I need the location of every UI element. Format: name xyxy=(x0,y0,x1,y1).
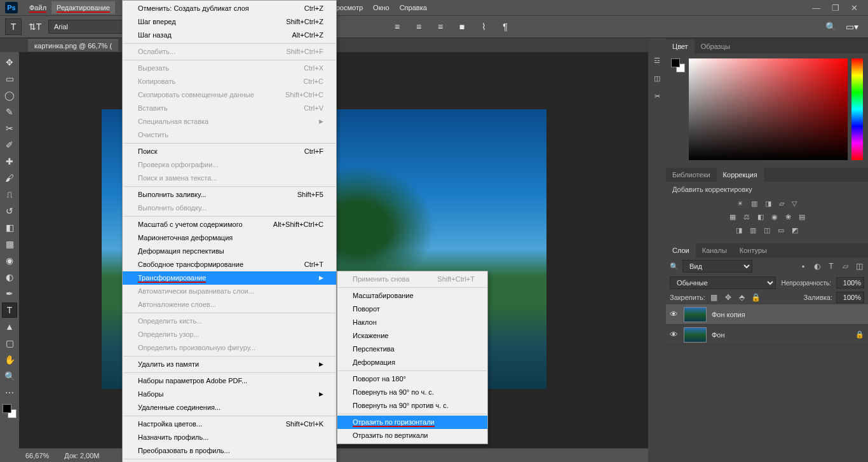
edit-menu-item[interactable]: Деформация перспективы xyxy=(123,245,336,258)
edit-menu-item[interactable]: Выполнить заливку...Shift+F5 xyxy=(123,188,336,201)
tab-channels[interactable]: Каналы xyxy=(696,243,733,257)
vibrance-icon[interactable]: ▽ xyxy=(792,200,797,208)
minimize-icon[interactable]: — xyxy=(812,3,820,13)
transform-menu-item[interactable]: Повернуть на 90° против ч. с. xyxy=(337,399,487,412)
balance-icon[interactable]: ⚖ xyxy=(743,213,750,221)
filter-pixel-icon[interactable]: ▪ xyxy=(798,261,808,271)
layer-name[interactable]: Фон xyxy=(712,331,725,339)
threshold-icon[interactable]: ◫ xyxy=(764,226,770,234)
edit-menu-item[interactable]: Шаг впередShift+Ctrl+Z xyxy=(123,15,336,29)
dodge-tool-icon[interactable]: ◐ xyxy=(2,269,17,285)
orientation-icon[interactable]: ⇅T xyxy=(27,18,43,35)
menu-file[interactable]: Файл xyxy=(24,1,51,14)
transform-menu-item[interactable]: Деформация xyxy=(337,356,487,369)
character-panel-icon[interactable]: ✂ xyxy=(650,89,664,103)
workspace-icon[interactable]: ▭▾ xyxy=(844,18,860,35)
quick-select-tool-icon[interactable]: ✎ xyxy=(2,104,17,119)
align-left-icon[interactable]: ≡ xyxy=(389,18,405,35)
filter-type-icon[interactable]: T xyxy=(826,261,836,271)
layer-thumbnail[interactable] xyxy=(684,327,707,343)
filter-smart-icon[interactable]: ◫ xyxy=(854,261,864,271)
move-tool-icon[interactable]: ✥ xyxy=(2,55,17,70)
edit-menu-item[interactable]: Марионеточная деформация xyxy=(123,231,336,245)
history-panel-icon[interactable]: ☲ xyxy=(650,53,664,67)
blend-mode-select[interactable]: Обычные xyxy=(670,276,776,289)
edit-menu-item[interactable]: Преобразовать в профиль... xyxy=(123,444,336,458)
bw-icon[interactable]: ◧ xyxy=(757,213,764,221)
transform-menu-item[interactable]: Перспектива xyxy=(337,343,487,356)
tab-swatches[interactable]: Образцы xyxy=(695,39,736,53)
lock-artboard-icon[interactable]: ⬘ xyxy=(737,292,747,302)
type-tool-icon[interactable]: T xyxy=(2,302,17,318)
tab-layers[interactable]: Слои xyxy=(666,243,696,257)
gradient-map-icon[interactable]: ▭ xyxy=(778,226,784,234)
foreground-color[interactable] xyxy=(3,404,11,413)
visibility-icon[interactable]: 👁 xyxy=(670,309,679,319)
edit-menu-item[interactable]: Трансформирование▶ xyxy=(123,271,336,285)
edit-menu-item[interactable]: Наборы▶ xyxy=(123,388,336,401)
edit-menu-item[interactable]: Шаг назадAlt+Ctrl+Z xyxy=(123,29,336,42)
maximize-icon[interactable]: ❐ xyxy=(832,3,839,13)
zoom-level[interactable]: 66,67% xyxy=(25,452,49,459)
menu-edit[interactable]: Редактирование xyxy=(51,1,115,14)
hue-icon[interactable]: ▦ xyxy=(729,213,736,221)
marquee-tool-icon[interactable]: ▭ xyxy=(2,71,17,86)
edit-menu-item[interactable]: Настройка цветов...Shift+Ctrl+K xyxy=(123,418,336,431)
exposure-icon[interactable]: ▱ xyxy=(779,200,784,208)
character-panel-icon[interactable]: ¶ xyxy=(497,18,513,35)
edit-menu-item[interactable]: Свободное трансформированиеCtrl+T xyxy=(123,258,336,271)
edit-menu-item[interactable]: Наборы параметров Adobe PDF... xyxy=(123,374,336,388)
color-field[interactable] xyxy=(689,58,848,160)
transform-menu-item[interactable]: Отразить по горизонтали xyxy=(337,416,487,429)
filter-shape-icon[interactable]: ▱ xyxy=(840,261,850,271)
transform-menu-item[interactable]: Поворот на 180° xyxy=(337,372,487,386)
rectangle-tool-icon[interactable]: ▢ xyxy=(2,336,17,351)
hue-slider[interactable] xyxy=(851,58,863,160)
stamp-tool-icon[interactable]: ⎍ xyxy=(2,187,17,202)
crop-tool-icon[interactable]: ✂ xyxy=(2,121,17,136)
edit-menu-item[interactable]: ПоискCtrl+F xyxy=(123,145,336,158)
edit-menu-item[interactable]: Назначить профиль... xyxy=(123,431,336,444)
tab-paths[interactable]: Контуры xyxy=(733,243,773,257)
lock-position-icon[interactable]: ✥ xyxy=(723,292,733,302)
fill-input[interactable] xyxy=(836,292,864,303)
tool-preset-icon[interactable]: T xyxy=(5,18,22,35)
tab-color[interactable]: Цвет xyxy=(666,39,695,53)
tab-adjustments[interactable]: Коррекция xyxy=(717,168,764,182)
eraser-tool-icon[interactable]: ◧ xyxy=(2,220,17,235)
blur-tool-icon[interactable]: ◉ xyxy=(2,253,17,268)
align-center-icon[interactable]: ≡ xyxy=(410,18,427,35)
opacity-input[interactable] xyxy=(836,277,864,289)
gradient-tool-icon[interactable]: ▦ xyxy=(2,236,17,252)
close-icon[interactable]: ✕ xyxy=(851,3,858,13)
transform-menu-item[interactable]: Масштабирование xyxy=(337,289,487,302)
layer-row[interactable]: 👁 Фон копия xyxy=(666,304,868,325)
selective-color-icon[interactable]: ◩ xyxy=(792,226,798,234)
brush-tool-icon[interactable]: 🖌 xyxy=(2,170,17,186)
edit-menu-item[interactable]: Удалить из памяти▶ xyxy=(123,358,336,371)
posterize-icon[interactable]: ▥ xyxy=(750,226,756,234)
photo-filter-icon[interactable]: ◉ xyxy=(771,213,778,221)
layer-row[interactable]: 👁 Фон 🔒 xyxy=(666,325,868,345)
tab-libraries[interactable]: Библиотеки xyxy=(666,168,717,182)
edit-menu-item[interactable]: Удаленные соединения... xyxy=(123,401,336,414)
color-fgbg-mini[interactable] xyxy=(671,58,685,72)
eyedropper-tool-icon[interactable]: ✐ xyxy=(2,137,17,153)
transform-menu-item[interactable]: Наклон xyxy=(337,316,487,329)
transform-menu-item[interactable]: Повернуть на 90° по ч. с. xyxy=(337,386,487,399)
channel-mixer-icon[interactable]: ❀ xyxy=(785,213,791,221)
transform-menu-item[interactable]: Отразить по вертикали xyxy=(337,429,487,442)
foreground-background-swatch[interactable] xyxy=(3,404,17,418)
menu-help[interactable]: Справка xyxy=(395,1,432,14)
search-icon[interactable]: 🔍 xyxy=(822,18,839,35)
edit-menu-item[interactable]: Масштаб с учетом содержимогоAlt+Shift+Ct… xyxy=(123,218,336,231)
zoom-tool-icon[interactable]: 🔍 xyxy=(2,369,17,384)
warp-text-icon[interactable]: ⌇ xyxy=(475,18,492,35)
text-color-swatch[interactable]: ■ xyxy=(454,18,470,35)
properties-panel-icon[interactable]: ◫ xyxy=(650,71,664,85)
align-right-icon[interactable]: ≡ xyxy=(432,18,449,35)
visibility-icon[interactable]: 👁 xyxy=(670,330,679,339)
lasso-tool-icon[interactable]: ◯ xyxy=(2,88,17,103)
hand-tool-icon[interactable]: ✋ xyxy=(2,352,17,367)
color-lookup-icon[interactable]: ▤ xyxy=(799,213,805,221)
